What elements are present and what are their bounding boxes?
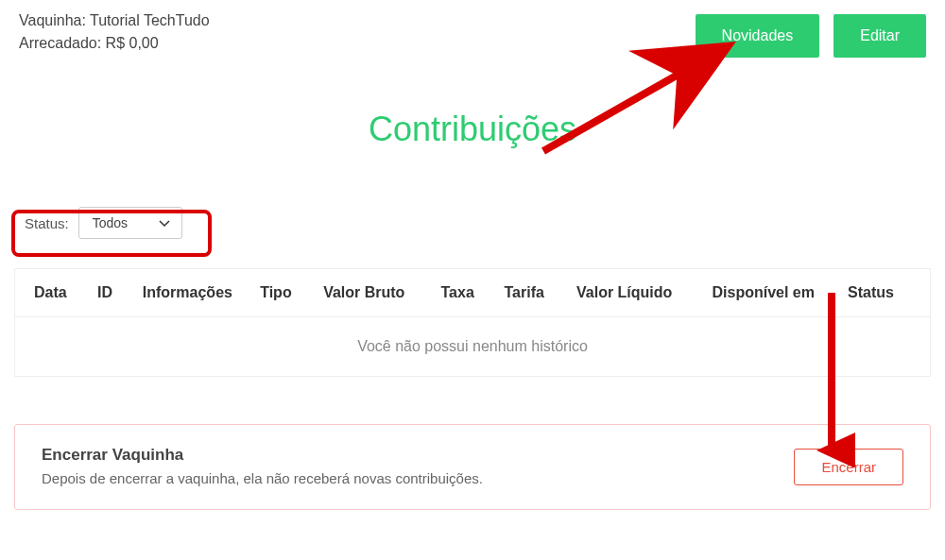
campaign-raised: Arrecadado: R$ 0,00 (19, 32, 210, 55)
table-header-row: Data ID Informações Tipo Valor Bruto Tax… (15, 269, 930, 317)
col-header-info: Informações (143, 284, 260, 301)
status-filter-label: Status: (25, 215, 69, 231)
col-header-liquido: Valor Líquido (576, 284, 713, 301)
campaign-title: Vaquinha: Tutorial TechTudo (19, 9, 210, 32)
contributions-table: Data ID Informações Tipo Valor Bruto Tax… (14, 268, 931, 377)
col-header-status: Status (848, 284, 911, 301)
col-header-bruto: Valor Bruto (323, 284, 440, 301)
col-header-data: Data (34, 284, 97, 301)
close-campaign-description: Depois de encerrar a vaquinha, ela não r… (42, 468, 483, 488)
col-header-id: ID (97, 284, 143, 301)
col-header-taxa: Taxa (441, 284, 505, 301)
col-header-tarifa: Tarifa (504, 284, 576, 301)
col-header-disponivel: Disponível em (713, 284, 849, 301)
close-campaign-title: Encerrar Vaquinha (42, 446, 483, 465)
status-filter-select[interactable]: Todos (78, 207, 182, 239)
col-header-tipo: Tipo (260, 284, 323, 301)
status-filter-row: Status: Todos (17, 201, 190, 245)
table-empty-message: Você não possui nenhum histórico (15, 317, 930, 376)
encerrar-button[interactable]: Encerrar (794, 449, 903, 485)
chevron-down-icon (159, 215, 170, 230)
novidades-button[interactable]: Novidades (696, 14, 820, 58)
page-title: Contribuições (0, 110, 945, 149)
editar-button[interactable]: Editar (833, 14, 926, 58)
close-campaign-panel: Encerrar Vaquinha Depois de encerrar a v… (14, 424, 931, 510)
status-filter-value: Todos (93, 215, 128, 230)
